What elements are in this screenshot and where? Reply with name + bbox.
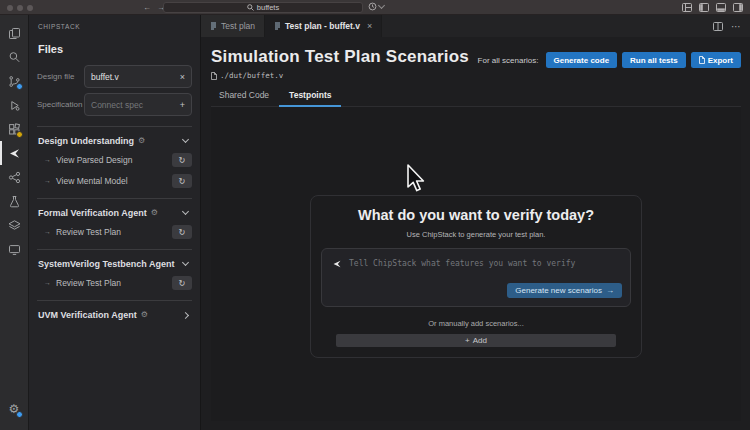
chevron-right-icon[interactable] (182, 311, 189, 318)
tab-testpoints[interactable]: Testpoints (279, 85, 341, 107)
test-plan-icon (274, 22, 281, 30)
source-control-badge (16, 83, 23, 90)
activity-layers-icon[interactable] (0, 213, 28, 237)
section-design-understanding[interactable]: Design Understanding ⚙ (29, 136, 200, 146)
activity-search-icon[interactable] (0, 45, 28, 69)
page-title: Simulation Test Plan Scenarios (211, 47, 469, 67)
customize-layout-icon[interactable] (682, 3, 692, 12)
activity-connections-icon[interactable] (0, 165, 28, 189)
divider (37, 198, 192, 199)
vscode-window: ← → buffets (0, 0, 750, 430)
chevron-down-icon (378, 1, 385, 8)
close-window-icon[interactable] (7, 5, 13, 11)
divider (37, 126, 192, 127)
sidebar-item-view-mental-model[interactable]: → View Mental Model ↻ (29, 173, 200, 188)
extensions-badge (16, 131, 23, 138)
specification-label: Specification (37, 100, 79, 109)
clock-icon (368, 2, 377, 11)
prompt-input[interactable]: Tell ChipStack what features you want to… (321, 248, 631, 307)
activity-testing-icon[interactable] (0, 189, 28, 213)
section-systemverilog-testbench-agent[interactable]: SystemVerilog Testbench Agent (29, 259, 200, 269)
activity-extensions-icon[interactable] (0, 117, 28, 141)
editor-area: Test plan Test plan - buffet.v × ⋯ Simul… (201, 15, 750, 430)
activity-source-control-icon[interactable] (0, 69, 28, 93)
refresh-icon[interactable]: ↻ (172, 174, 192, 188)
split-editor-icon[interactable] (713, 22, 723, 31)
editor-tab-bar: Test plan Test plan - buffet.v × ⋯ (201, 15, 750, 37)
test-plan-icon (210, 22, 217, 30)
activity-explorer-icon[interactable] (0, 21, 28, 45)
session-timer[interactable] (368, 2, 384, 11)
more-actions-icon[interactable]: ⋯ (731, 21, 741, 32)
prompt-placeholder: Tell ChipStack what features you want to… (349, 259, 575, 268)
plus-icon[interactable]: + (180, 100, 185, 110)
chevron-down-icon[interactable] (182, 136, 189, 143)
tab-test-plan-buffet[interactable]: Test plan - buffet.v × (265, 15, 382, 37)
toggle-secondary-sidebar-icon[interactable] (733, 3, 743, 12)
gear-icon[interactable]: ⚙ (151, 209, 158, 217)
generate-code-button[interactable]: Generate code (546, 52, 618, 68)
sidebar-item-view-parsed-design[interactable]: → View Parsed Design ↻ (29, 152, 200, 167)
run-all-tests-button[interactable]: Run all tests (622, 52, 686, 68)
manage-gear-icon[interactable]: ⚙ (0, 397, 28, 421)
chipstack-logo-icon (332, 259, 342, 269)
for-all-scenarios-label: For all scenarios: (478, 56, 539, 65)
refresh-icon[interactable]: ↻ (172, 153, 192, 167)
sidebar-title: CHIPSTACK (29, 15, 200, 30)
toggle-sidebar-icon[interactable] (699, 3, 709, 12)
section-uvm-verification-agent[interactable]: UVM Verification Agent ⚙ (29, 310, 200, 320)
add-scenario-button[interactable]: + Add (336, 334, 616, 347)
or-manually-text: Or manually add scenarios... (311, 319, 641, 328)
sidebar-item-review-test-plan-formal[interactable]: → Review Test Plan ↻ (29, 224, 200, 239)
chevron-down-icon[interactable] (182, 259, 189, 266)
zoom-window-icon[interactable] (27, 5, 33, 11)
empty-state-card: What do you want to verify today? Use Ch… (310, 195, 642, 358)
search-icon (247, 4, 254, 11)
generate-new-scenarios-button[interactable]: Generate new scenarios → (507, 283, 622, 298)
chevron-down-icon[interactable] (182, 208, 189, 215)
file-path: ./dut/buffet.v (211, 71, 469, 80)
manage-badge (16, 411, 23, 418)
search-value: buffets (257, 3, 279, 12)
design-file-input[interactable]: buffet.v × (84, 65, 192, 88)
chipstack-sidebar: CHIPSTACK Files Design file buffet.v × S… (29, 15, 201, 430)
file-icon (211, 72, 217, 80)
test-plan-view: Simulation Test Plan Scenarios ./dut/buf… (201, 37, 750, 430)
design-file-value: buffet.v (91, 72, 119, 82)
specification-input[interactable]: Connect spec + (84, 93, 192, 116)
activity-chipstack-icon[interactable] (0, 141, 28, 165)
section-formal-verification-agent[interactable]: Formal Verification Agent ⚙ (29, 208, 200, 218)
gear-icon[interactable]: ⚙ (141, 311, 148, 319)
window-controls[interactable] (7, 5, 33, 11)
gear-icon[interactable]: ⚙ (138, 137, 145, 145)
testpoints-panel: What do you want to verify today? Use Ch… (211, 107, 741, 421)
plus-icon: + (465, 336, 470, 345)
activity-run-debug-icon[interactable] (0, 93, 28, 117)
tab-shared-code[interactable]: Shared Code (211, 85, 279, 106)
divider (37, 300, 192, 301)
subtab-bar: Shared Code Testpoints (211, 85, 741, 107)
activity-remote-explorer-icon[interactable] (0, 237, 28, 261)
files-heading: Files (29, 30, 200, 60)
command-center-search[interactable]: buffets (163, 2, 363, 13)
empty-state-heading: What do you want to verify today? (311, 207, 641, 223)
design-file-label: Design file (37, 72, 79, 81)
minimize-window-icon[interactable] (17, 5, 23, 11)
toggle-panel-icon[interactable] (716, 3, 726, 12)
empty-state-subheading: Use ChipStack to generate your test plan… (311, 230, 641, 239)
arrow-right-icon: → (606, 286, 614, 295)
refresh-icon[interactable]: ↻ (172, 276, 192, 290)
back-icon[interactable]: ← (143, 3, 151, 12)
specification-placeholder: Connect spec (91, 100, 143, 110)
export-file-icon (699, 56, 705, 64)
export-button[interactable]: Export (691, 52, 741, 68)
sidebar-item-review-test-plan-sv[interactable]: → Review Test Plan ↻ (29, 275, 200, 290)
refresh-icon[interactable]: ↻ (172, 225, 192, 239)
divider (37, 249, 192, 250)
close-tab-icon[interactable]: × (367, 21, 372, 31)
title-bar: ← → buffets (0, 0, 750, 15)
clear-icon[interactable]: × (180, 72, 185, 82)
tab-test-plan[interactable]: Test plan (201, 15, 265, 37)
activity-bar: ⚙ (0, 15, 29, 430)
